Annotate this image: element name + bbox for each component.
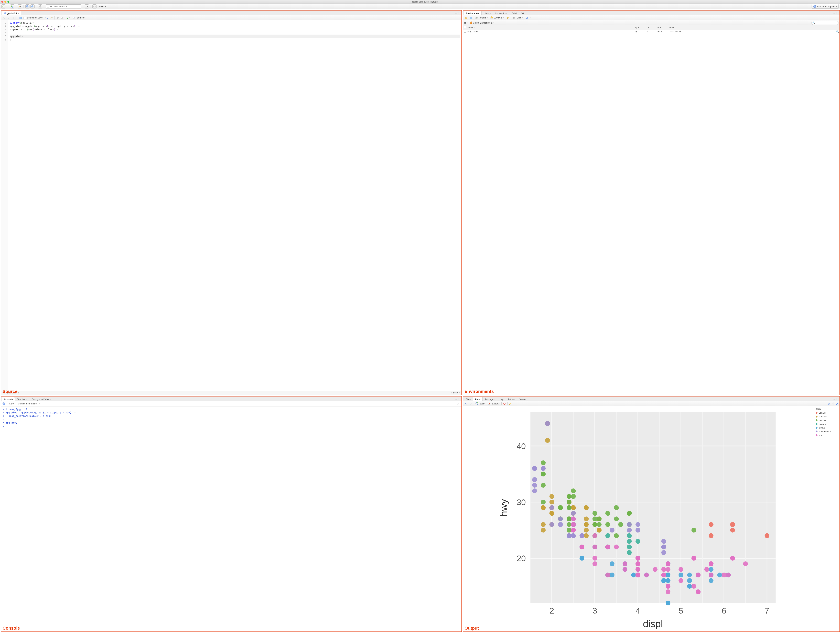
maximize-pane-icon[interactable]: ❐ (836, 12, 838, 14)
minimize-pane-icon[interactable]: ▭ (455, 12, 458, 14)
close-window-icon[interactable] (2, 1, 3, 3)
inspect-icon[interactable]: 🔍 (836, 30, 839, 33)
maximize-pane-icon[interactable]: ❐ (458, 12, 460, 14)
svg-text:40: 40 (516, 441, 526, 451)
tab-console[interactable]: Console (2, 397, 15, 401)
addins-button[interactable]: Addins (98, 5, 106, 8)
svg-text:2: 2 (549, 606, 554, 615)
new-file-button[interactable] (2, 5, 5, 8)
source-button-label[interactable]: Source (77, 16, 84, 19)
minimize-pane-icon[interactable]: ▭ (455, 398, 458, 401)
minimize-pane-icon[interactable]: ▭ (834, 12, 835, 14)
back-icon[interactable] (2, 16, 6, 20)
goto-input[interactable] (46, 5, 81, 8)
source-icon[interactable] (72, 16, 76, 20)
zoom-button[interactable]: Zoom (480, 402, 485, 405)
share-icon[interactable]: ⇗ (39, 402, 41, 405)
save-button[interactable] (25, 5, 30, 8)
new-file-drop-icon[interactable] (6, 5, 9, 8)
save-all-button[interactable] (30, 5, 35, 8)
find-icon[interactable] (45, 16, 49, 20)
close-tab-icon[interactable]: × (18, 13, 19, 14)
goto-file-field[interactable] (46, 5, 81, 8)
save-workspace-icon[interactable] (469, 16, 473, 20)
env-lang[interactable]: R (464, 22, 466, 24)
svg-point-243 (666, 589, 670, 594)
tab-history[interactable]: History (482, 11, 493, 15)
rerun-icon[interactable] (66, 16, 70, 20)
svg-point-193 (661, 550, 666, 555)
tab-connections[interactable]: Connections (493, 11, 510, 15)
code-editor[interactable]: 123456 library(ggplot2)¬ mpg_plot ←·ggpl… (1, 21, 461, 391)
tab-files[interactable]: Files (464, 397, 473, 401)
lang-selector[interactable]: R Script (451, 391, 460, 394)
svg-rect-9 (94, 6, 94, 6)
row-checkbox[interactable] (464, 30, 466, 33)
memory-label[interactable]: 220 MiB (494, 16, 502, 19)
tab-help[interactable]: Help (497, 397, 506, 401)
open-file-button[interactable] (18, 5, 22, 8)
svg-point-280 (592, 533, 597, 538)
scope-selector[interactable]: (Top Level) (7, 391, 19, 394)
env-search[interactable]: 🔍 (812, 21, 838, 25)
project-menu[interactable]: rstudio-user-guide ▾ (812, 4, 838, 9)
svg-point-67 (584, 516, 589, 521)
env-search-input[interactable] (812, 21, 838, 25)
tab-build[interactable]: Build (510, 11, 519, 15)
refresh-icon[interactable] (525, 16, 529, 20)
svg-point-285 (571, 522, 576, 527)
tab-environment[interactable]: Environment (464, 11, 482, 15)
broom-icon[interactable] (456, 402, 460, 405)
knit-button[interactable] (85, 5, 89, 8)
minimize-window-icon[interactable] (5, 1, 6, 3)
save-file-icon[interactable] (19, 16, 22, 20)
tab-tutorial[interactable]: Tutorial (506, 397, 517, 401)
new-project-button[interactable] (10, 5, 14, 8)
console-output[interactable]: > library(ggplot2) > mpg_plot ← ggplot(m… (1, 407, 461, 632)
grid-button[interactable]: Grid (517, 16, 521, 19)
clear-plots-icon[interactable] (508, 402, 512, 405)
show-in-new-window-icon[interactable] (13, 16, 17, 20)
notebook-icon[interactable] (55, 16, 59, 20)
remove-plot-icon[interactable] (503, 402, 506, 405)
broom-icon[interactable] (506, 16, 510, 20)
scatter-plot: 234567203040displhwy (463, 406, 815, 632)
source-tab-ggplot2[interactable]: ggplot2.R × (2, 11, 21, 15)
memory-gauge-icon (490, 16, 493, 19)
run-icon[interactable] (60, 16, 64, 20)
svg-point-55 (764, 533, 769, 538)
code-tools-icon[interactable] (50, 16, 53, 20)
print-button[interactable] (38, 5, 42, 8)
tab-background-jobs[interactable]: Background Jobs× (30, 397, 53, 401)
close-tab-icon[interactable]: × (50, 398, 51, 400)
forward-icon[interactable] (7, 16, 11, 20)
tab-packages[interactable]: Packages (483, 397, 497, 401)
env-row-mpg_plot[interactable]: mpg_plot gg 9 29.1… List of 9 🔍 (463, 30, 840, 34)
maximize-pane-icon[interactable]: ❐ (836, 398, 838, 401)
refresh-plot-icon[interactable] (835, 402, 838, 405)
close-tab-icon[interactable]: × (26, 398, 27, 400)
publish-icon[interactable] (827, 402, 831, 405)
working-dir[interactable]: ~/rstudio-user-guide/ (17, 402, 38, 405)
export-button[interactable]: Export (492, 402, 499, 405)
svg-point-237 (592, 561, 597, 566)
import-button[interactable]: Import (480, 16, 486, 19)
select-all-checkbox[interactable] (464, 26, 466, 28)
tab-terminal[interactable]: Terminal× (15, 397, 30, 401)
svg-point-119 (614, 516, 619, 521)
next-plot-icon[interactable] (469, 402, 473, 405)
source-drop-icon[interactable]: ▾ (84, 17, 85, 19)
tab-plots[interactable]: Plots (473, 397, 483, 401)
load-workspace-icon[interactable] (464, 16, 468, 20)
minimize-pane-icon[interactable]: ▭ (834, 398, 835, 401)
grid-tool-button[interactable] (92, 5, 96, 8)
tab-git[interactable]: Git (519, 11, 526, 15)
svg-point-14 (46, 17, 47, 18)
source-on-save-checkbox[interactable] (24, 17, 26, 19)
code-area[interactable]: library(ggplot2)¬ mpg_plot ←·ggplot(mpg,… (8, 21, 461, 391)
maximize-window-icon[interactable] (8, 1, 9, 3)
maximize-pane-icon[interactable]: ❐ (458, 398, 460, 401)
tab-viewer[interactable]: Viewer (517, 397, 529, 401)
prev-plot-icon[interactable] (464, 402, 468, 405)
env-scope[interactable]: Global Environment (473, 22, 492, 24)
